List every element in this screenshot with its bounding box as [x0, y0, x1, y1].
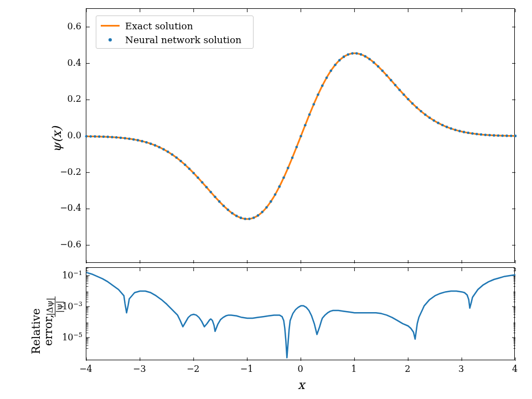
- legend-label-exact: Exact solution: [125, 20, 193, 32]
- series-nn-point: [85, 135, 88, 138]
- series-nn-point: [402, 94, 405, 96]
- series-nn-point: [270, 200, 272, 203]
- series-nn-point: [128, 137, 131, 140]
- series-nn-point: [184, 163, 187, 166]
- series-nn-point: [467, 132, 469, 134]
- series-nn-point: [432, 119, 435, 122]
- series-nn-point: [312, 103, 315, 106]
- series-nn-point: [368, 58, 371, 60]
- legend-swatch-dot: [101, 34, 120, 45]
- series-nn-point: [411, 102, 414, 105]
- ytick-top: 0.6: [58, 21, 81, 32]
- series-nn-point: [304, 124, 307, 127]
- series-nn-point: [394, 84, 397, 86]
- xtick: 1: [345, 364, 362, 374]
- series-nn-point: [94, 135, 96, 138]
- series-nn-point: [501, 134, 504, 137]
- series-nn-point: [493, 134, 495, 137]
- ylabel-bot-text2: error,: [42, 314, 55, 346]
- series-nn-point: [197, 177, 199, 179]
- series-nn-point: [226, 209, 229, 211]
- series-nn-point: [338, 59, 341, 62]
- series-nn-point: [98, 135, 101, 138]
- plot-error: [86, 268, 515, 361]
- series-nn-point: [179, 160, 182, 163]
- series-nn-point: [347, 53, 349, 56]
- series-nn-point: [209, 191, 212, 194]
- xtick: 0: [292, 364, 309, 374]
- series-nn-point: [476, 133, 478, 136]
- series-nn-point: [407, 98, 410, 101]
- series-nn-point: [175, 157, 178, 159]
- series-nn-point: [308, 113, 311, 116]
- series-nn-point: [390, 79, 392, 82]
- series-nn-point: [484, 133, 487, 136]
- series-nn-point: [291, 157, 294, 159]
- series-nn-point: [471, 132, 474, 135]
- series-nn-point: [188, 168, 191, 170]
- series-nn-point: [441, 124, 444, 127]
- legend-label-nn: Neural network solution: [125, 34, 241, 45]
- series-nn-point: [480, 133, 483, 136]
- series-nn-point: [351, 52, 354, 55]
- series-nn-point: [321, 85, 324, 87]
- series-nn-point: [102, 136, 105, 138]
- series-nn-point: [218, 200, 221, 203]
- series-nn-point: [355, 52, 358, 55]
- series-nn-point: [132, 138, 135, 141]
- series-nn-point: [149, 142, 152, 145]
- xtick: 4: [507, 364, 523, 374]
- series-nn-point: [450, 127, 452, 130]
- series-nn-point: [115, 136, 118, 139]
- series-nn-point: [398, 89, 401, 91]
- figure: Exact solution Neural network solution ψ…: [0, 0, 532, 399]
- series-nn-point: [257, 214, 260, 217]
- series-nn-point: [385, 74, 388, 77]
- ytick-top: −0.6: [58, 239, 81, 250]
- xtick: 3: [453, 364, 469, 374]
- series-nn-point: [123, 137, 126, 139]
- series-nn-point: [201, 181, 204, 184]
- series-nn-point: [248, 217, 251, 220]
- series-nn-point: [377, 65, 380, 68]
- legend-entry-exact: Exact solution: [101, 19, 249, 33]
- series-nn-point: [428, 116, 431, 119]
- series-nn-point: [252, 216, 255, 219]
- series-nn-point: [454, 128, 457, 131]
- series-nn-point: [162, 148, 165, 151]
- series-nn-point: [141, 140, 143, 143]
- series-nn-point: [497, 134, 500, 137]
- xtick: −1: [239, 364, 255, 374]
- ytick-bot: 10−3: [58, 300, 82, 312]
- series-nn-point: [510, 134, 513, 137]
- series-nn-point: [437, 122, 440, 125]
- series-nn-point: [167, 151, 169, 153]
- series-nn-point: [381, 70, 384, 72]
- series-nn-point: [420, 110, 422, 113]
- xtick: 2: [399, 364, 416, 374]
- series-nn-point: [287, 167, 290, 169]
- series-nn-point: [137, 139, 140, 142]
- ytick-top: −0.2: [58, 167, 81, 177]
- ytick-top: 0.2: [58, 94, 81, 104]
- series-nn-point: [295, 146, 298, 148]
- series-nn-point: [334, 64, 337, 66]
- ytick-bot: 10−5: [58, 331, 82, 343]
- series-nn-point: [463, 131, 466, 133]
- ytick-top: 0.4: [58, 58, 81, 68]
- series-nn-point: [329, 70, 332, 72]
- axes-error: [86, 267, 515, 360]
- ytick-bot: 10−1: [58, 270, 82, 281]
- series-nn-point: [282, 177, 285, 179]
- series-nn-point: [488, 134, 491, 137]
- xlabel: x: [298, 378, 304, 392]
- series-nn-point: [299, 135, 302, 138]
- series-nn-point: [424, 113, 427, 116]
- series-nn-point: [240, 216, 242, 219]
- series-nn-point: [205, 186, 208, 189]
- series-nn-point: [326, 76, 328, 79]
- series-nn-point: [171, 153, 174, 156]
- series-nn-point: [154, 144, 157, 147]
- series-nn-point: [158, 146, 161, 149]
- legend-swatch-line: [101, 20, 120, 32]
